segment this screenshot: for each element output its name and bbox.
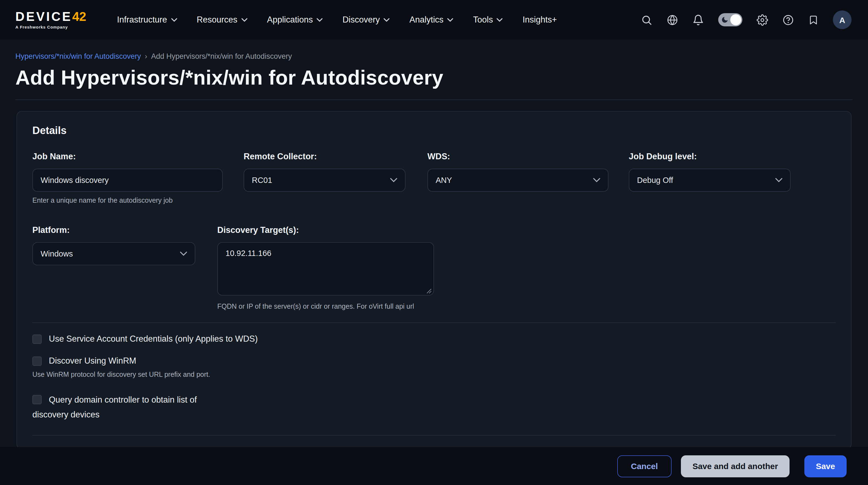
bookmark-icon[interactable] (808, 14, 818, 26)
discover-winrm-label: Discover Using WinRM (49, 356, 136, 366)
chevron-down-icon (241, 18, 247, 22)
query-domain-controller-row: Query domain controller to obtain list o… (32, 392, 231, 422)
section-divider (32, 322, 836, 323)
breadcrumb-current: Add Hypervisors/*nix/win for Autodiscove… (151, 52, 292, 60)
breadcrumb-separator: › (145, 52, 147, 60)
avatar-initial: A (839, 15, 845, 24)
nav-item-resources[interactable]: Resources (197, 15, 247, 25)
breadcrumb-link[interactable]: Hypervisors/*nix/win for Autodiscovery (16, 52, 141, 60)
discovery-targets-label: Discovery Target(s): (217, 225, 434, 235)
job-debug-level-label: Job Debug level: (629, 151, 790, 162)
remote-collector-value: RC01 (252, 176, 272, 184)
chevron-down-icon (180, 252, 187, 256)
wds-field: WDS: ANY (427, 151, 609, 204)
discovery-targets-help: FQDN or IP of the server(s) or cidr or r… (217, 303, 434, 310)
card-bottom-divider (32, 435, 836, 435)
chevron-down-icon (171, 18, 177, 22)
job-debug-level-field: Job Debug level: Debug Off (629, 151, 790, 204)
save-button[interactable]: Save (804, 455, 846, 477)
toggle-knob (730, 14, 741, 25)
nav-item-discovery[interactable]: Discovery (342, 15, 390, 25)
job-debug-level-select[interactable]: Debug Off (629, 169, 790, 192)
breadcrumb: Hypervisors/*nix/win for Autodiscovery ›… (16, 52, 852, 60)
discover-winrm-checkbox[interactable] (32, 356, 42, 366)
chevron-down-icon (447, 18, 454, 22)
resize-handle-icon[interactable] (426, 288, 432, 294)
remote-collector-label: Remote Collector: (244, 151, 405, 162)
app-window: DEVICE 42 A Freshworks Company Infrastru… (0, 0, 868, 485)
logo-accent-text: 42 (72, 10, 86, 23)
nav-item-infrastructure[interactable]: Infrastructure (117, 15, 177, 25)
job-name-input[interactable] (32, 169, 223, 192)
footer-action-bar: Cancel Save and add another Save (0, 447, 868, 485)
platform-select[interactable]: Windows (32, 242, 195, 265)
chevron-down-icon (390, 178, 397, 182)
nav-item-analytics[interactable]: Analytics (410, 15, 454, 25)
gear-icon[interactable] (756, 14, 768, 26)
discovery-targets-field: Discovery Target(s): 10.92.11.166 FQDN o… (217, 225, 434, 310)
remote-collector-select[interactable]: RC01 (244, 169, 405, 192)
globe-icon[interactable] (666, 14, 678, 26)
query-domain-controller-label: Query domain controller to obtain list o… (32, 395, 197, 419)
user-avatar[interactable]: A (833, 10, 851, 29)
chevron-down-icon (775, 178, 782, 182)
details-card: Details Job Name: Enter a unique name fo… (17, 111, 851, 449)
remote-collector-field: Remote Collector: RC01 (244, 151, 405, 204)
chevron-down-icon (384, 18, 390, 22)
job-debug-level-value: Debug Off (637, 176, 673, 184)
job-name-label: Job Name: (32, 151, 223, 162)
page-title: Add Hypervisors/*nix/win for Autodiscove… (16, 66, 852, 89)
cancel-button[interactable]: Cancel (617, 455, 672, 477)
fields-row-2: Platform: Windows Discovery Target(s): 1… (32, 225, 836, 310)
wds-value: ANY (436, 176, 452, 184)
title-divider (16, 99, 852, 100)
platform-field: Platform: Windows (32, 225, 195, 310)
discover-winrm-help: Use WinRM protocol for discovery set URL… (32, 371, 836, 378)
chevron-down-icon (317, 18, 322, 22)
save-and-add-another-button[interactable]: Save and add another (681, 455, 789, 477)
wds-select[interactable]: ANY (427, 169, 609, 192)
discovery-targets-textarea[interactable]: 10.92.11.166 (217, 242, 434, 295)
search-icon[interactable] (641, 14, 652, 26)
theme-toggle[interactable] (718, 13, 742, 26)
query-domain-controller-checkbox[interactable] (32, 395, 42, 404)
fields-row-1: Job Name: Enter a unique name for the au… (32, 151, 836, 204)
navbar-icon-group: A (641, 10, 851, 29)
wds-label: WDS: (427, 151, 609, 162)
chevron-down-icon (497, 18, 503, 22)
discover-winrm-row: Discover Using WinRM (32, 356, 836, 366)
platform-value: Windows (40, 249, 73, 258)
moon-icon (721, 16, 728, 24)
device42-logo[interactable]: DEVICE 42 A Freshworks Company (16, 10, 86, 29)
logo-subtitle: A Freshworks Company (16, 24, 86, 29)
service-account-credentials-row: Use Service Account Credentials (only Ap… (32, 334, 836, 344)
service-account-credentials-checkbox[interactable] (32, 334, 42, 344)
help-icon[interactable] (782, 14, 794, 26)
logo-brand-text: DEVICE (16, 10, 72, 23)
service-account-credentials-label: Use Service Account Credentials (only Ap… (49, 334, 258, 344)
chevron-down-icon (593, 178, 600, 182)
main-nav: Infrastructure Resources Applications Di… (117, 15, 557, 25)
bell-icon[interactable] (692, 14, 704, 26)
nav-item-tools[interactable]: Tools (473, 15, 503, 25)
job-name-help: Enter a unique name for the autodiscover… (32, 197, 223, 204)
top-navbar: DEVICE 42 A Freshworks Company Infrastru… (0, 0, 868, 39)
job-name-field: Job Name: Enter a unique name for the au… (32, 151, 223, 204)
nav-item-applications[interactable]: Applications (267, 15, 322, 25)
platform-label: Platform: (32, 225, 195, 235)
details-heading: Details (32, 125, 836, 137)
nav-item-insights[interactable]: Insights+ (523, 15, 557, 25)
